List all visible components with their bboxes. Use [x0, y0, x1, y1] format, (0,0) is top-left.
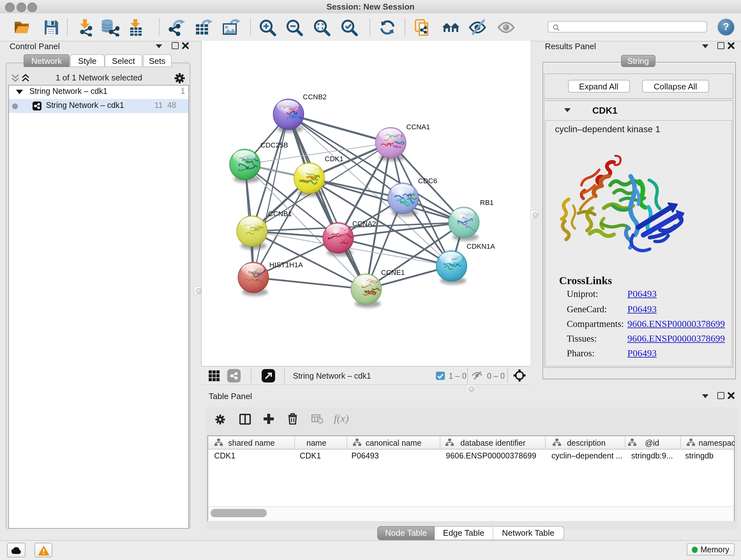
- svg-text:CCNB1: CCNB1: [268, 209, 292, 217]
- svg-text:CDC6: CDC6: [418, 177, 437, 185]
- svg-text:CCNA1: CCNA1: [406, 123, 430, 131]
- svg-text:CCNB2: CCNB2: [303, 92, 327, 101]
- svg-text:RB1: RB1: [480, 198, 494, 206]
- svg-text:CCNA2: CCNA2: [352, 219, 376, 227]
- svg-text:CDK1: CDK1: [325, 154, 344, 163]
- svg-text:CDC25B: CDC25B: [260, 141, 288, 149]
- svg-text:CDKN1A: CDKN1A: [467, 242, 495, 250]
- svg-text:HIST1H1A: HIST1H1A: [269, 260, 303, 268]
- svg-text:CCNE1: CCNE1: [381, 268, 405, 276]
